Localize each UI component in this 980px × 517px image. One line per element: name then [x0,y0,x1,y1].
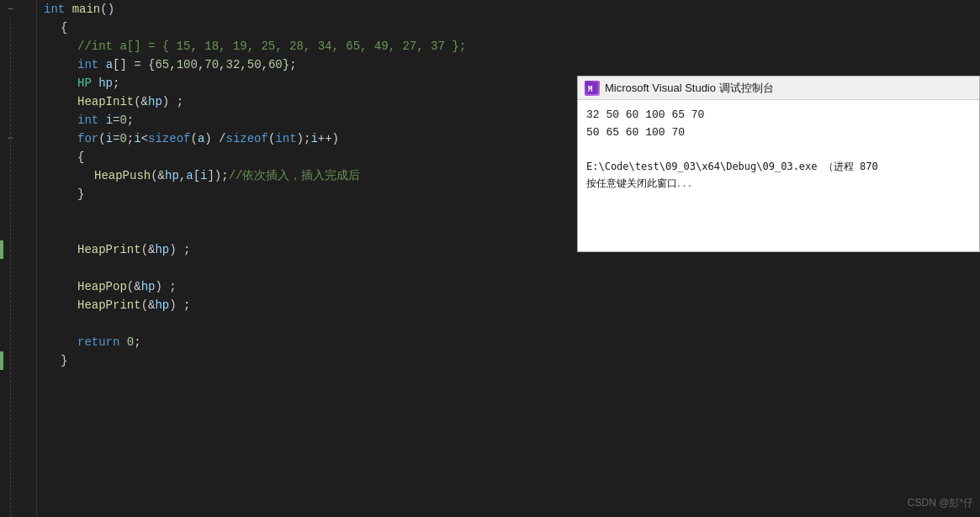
debug-prompt-line: 按任意键关闭此窗口. . . [586,176,971,192]
debug-console-title: Microsoft Visual Studio 调试控制台 [605,81,774,96]
code-editor: − − int main() { //int a[] = { 15, 18, 1… [0,0,572,517]
code-line-1: int main() [37,0,572,18]
change-bar-1 [0,240,3,259]
code-line-16: HeapPop (& hp ) ; [37,277,572,296]
code-line-14: HeapPrint (& hp ) ; [37,240,572,259]
code-line-11: } [37,185,572,203]
debug-console: M Microsoft Visual Studio 调试控制台 32 50 60… [577,76,980,252]
code-line-5: HP hp ; [37,74,572,92]
code-line-19: return 0 ; [37,333,572,351]
code-line-15 [37,259,572,277]
code-lines: int main() { //int a[] = { 15, 18, 19, 2… [37,0,572,517]
debug-path-line: E:\Code\test\09_03\x64\Debug\09_03.exe （… [586,159,971,175]
credit-text: CSDN @彭*仔 [908,496,973,510]
debug-title-bar: M Microsoft Visual Studio 调试控制台 [578,76,979,100]
svg-text:M: M [588,85,593,93]
keyword-int-1: int [44,0,65,18]
code-line-3: //int a[] = { 15, 18, 19, 25, 28, 34, 65… [37,37,572,55]
debug-output-area: 32 50 60 100 65 70 50 65 60 100 70 E:\Co… [578,100,979,251]
change-bar-2 [0,351,3,370]
code-line-7: int i = 0 ; [37,111,572,129]
output-line-2: 50 65 60 100 70 [586,124,971,142]
code-line-12 [37,203,572,222]
code-line-17: HeapPrint (& hp ) ; [37,296,572,314]
code-line-13 [37,222,572,240]
fn-main: main [72,0,101,18]
output-line-3 [586,142,971,160]
code-line-20: } [37,351,572,370]
output-line-1: 32 50 60 100 65 70 [586,107,971,124]
code-line-9: { [37,148,572,166]
collapse-main-icon[interactable]: − [3,0,17,18]
code-line-6: HeapInit (& hp ) ; [37,92,572,111]
code-line-10: HeapPush (& hp , a [ i ]); //依次插入，插入完成后 [37,166,572,185]
vs-logo-icon: M [585,81,600,96]
code-line-4: int a [] = { 65 , 100 , 70 , 32 , 50 , 6… [37,55,572,74]
code-line-8: for ( i = 0 ; i < sizeof ( a ) / sizeof … [37,129,572,148]
comment-arr-old: //int a[] = { 15, 18, 19, 25, 28, 34, 65… [77,37,466,55]
code-line-18 [37,314,572,333]
code-line-2: { [37,18,572,37]
